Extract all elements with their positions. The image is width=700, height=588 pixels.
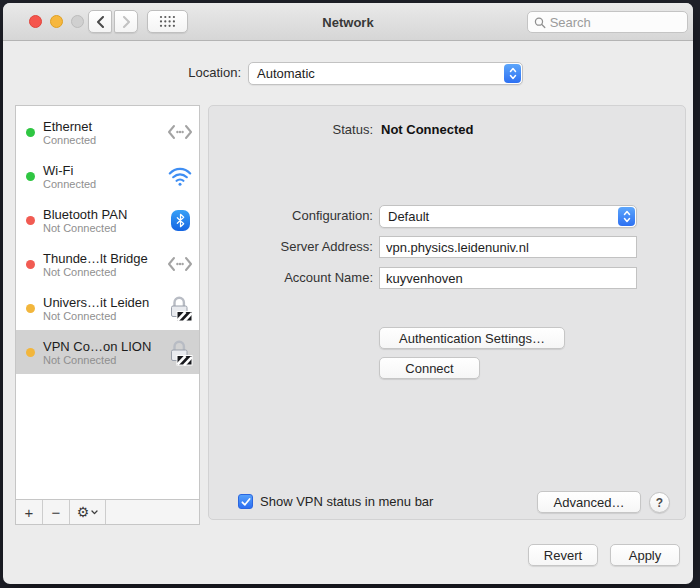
help-button[interactable]: ? <box>649 492 670 513</box>
ethernet-icon <box>165 256 195 272</box>
location-value: Automatic <box>257 66 315 81</box>
service-action-menu-button[interactable]: ⚙ <box>70 500 106 524</box>
popup-stepper-icon <box>504 64 521 83</box>
account-name-label: Account Name: <box>209 267 373 289</box>
remove-service-button[interactable]: − <box>43 500 70 524</box>
sidebar-toolbar: + − ⚙ <box>16 499 199 524</box>
connect-button[interactable]: Connect <box>379 357 480 379</box>
sidebar-item-thunderbolt-bridge[interactable]: Thunde…lt Bridge Not Connected <box>16 242 199 286</box>
bluetooth-icon <box>165 210 195 231</box>
popup-stepper-icon <box>618 207 635 226</box>
account-name-field[interactable] <box>379 267 637 289</box>
revert-button[interactable]: Revert <box>528 544 598 566</box>
search-icon <box>534 16 546 29</box>
add-service-button[interactable]: + <box>16 500 43 524</box>
service-status: Not Connected <box>43 266 157 278</box>
minus-icon: − <box>52 504 61 521</box>
question-mark-icon: ? <box>656 496 663 510</box>
configuration-label: Configuration: <box>209 205 373 227</box>
service-status: Connected <box>43 178 157 190</box>
service-name: Ethernet <box>43 119 157 134</box>
authentication-settings-button[interactable]: Authentication Settings… <box>379 327 565 349</box>
services-list: Ethernet Connected Wi-Fi Connected <box>16 106 199 499</box>
service-text: Thunde…lt Bridge Not Connected <box>43 251 157 278</box>
title-bar: Network <box>3 3 693 41</box>
sidebar-item-ethernet[interactable]: Ethernet Connected <box>16 110 199 154</box>
service-status: Not Connected <box>43 222 157 234</box>
show-vpn-status-checkbox[interactable] <box>238 494 253 509</box>
server-address-field[interactable] <box>379 236 637 258</box>
services-sidebar: Ethernet Connected Wi-Fi Connected <box>15 105 200 525</box>
service-name: VPN Co…on LION <box>43 339 157 354</box>
location-label: Location: <box>103 62 241 84</box>
service-name: Bluetooth PAN <box>43 207 157 222</box>
service-text: Ethernet Connected <box>43 119 157 146</box>
status-dot-red <box>26 260 35 269</box>
service-status: Not Connected <box>43 354 157 366</box>
vpn-lock-icon <box>165 339 195 366</box>
service-detail-panel: Status: Not Connected Configuration: Def… <box>208 105 686 520</box>
service-name: Univers…it Leiden <box>43 295 157 310</box>
checkmark-icon <box>241 497 251 507</box>
gear-icon: ⚙ <box>77 504 90 520</box>
status-dot-yellow <box>26 348 35 357</box>
service-text: Bluetooth PAN Not Connected <box>43 207 157 234</box>
sidebar-item-vpn-lion[interactable]: VPN Co…on LION Not Connected <box>16 330 199 374</box>
sidebar-item-wifi[interactable]: Wi-Fi Connected <box>16 154 199 198</box>
service-text: Univers…it Leiden Not Connected <box>43 295 157 322</box>
plus-icon: + <box>25 504 34 521</box>
advanced-button[interactable]: Advanced… <box>537 491 641 513</box>
show-vpn-status-label: Show VPN status in menu bar <box>260 492 433 512</box>
wifi-icon <box>165 167 195 186</box>
search-input[interactable] <box>550 15 681 30</box>
status-dot-green <box>26 128 35 137</box>
server-address-label: Server Address: <box>209 236 373 258</box>
chevron-down-icon <box>91 510 98 515</box>
service-name: Wi-Fi <box>43 163 157 178</box>
search-field[interactable] <box>527 11 688 33</box>
service-text: Wi-Fi Connected <box>43 163 157 190</box>
status-value: Not Connected <box>381 119 473 141</box>
service-text: VPN Co…on LION Not Connected <box>43 339 157 366</box>
configuration-popup[interactable]: Default <box>379 205 637 228</box>
sidebar-item-bluetooth-pan[interactable]: Bluetooth PAN Not Connected <box>16 198 199 242</box>
service-status: Connected <box>43 134 157 146</box>
apply-button[interactable]: Apply <box>610 544 680 566</box>
status-dot-red <box>26 216 35 225</box>
service-name: Thunde…lt Bridge <box>43 251 157 266</box>
sidebar-item-universiteit-leiden[interactable]: Univers…it Leiden Not Connected <box>16 286 199 330</box>
network-preferences-window: Network Location: Automatic Ethernet Con… <box>3 3 693 584</box>
ethernet-icon <box>165 124 195 140</box>
vpn-lock-icon <box>165 295 195 322</box>
status-dot-yellow <box>26 304 35 313</box>
status-dot-green <box>26 172 35 181</box>
service-status: Not Connected <box>43 310 157 322</box>
location-popup[interactable]: Automatic <box>248 62 523 85</box>
configuration-value: Default <box>388 209 429 224</box>
status-label: Status: <box>209 119 373 141</box>
